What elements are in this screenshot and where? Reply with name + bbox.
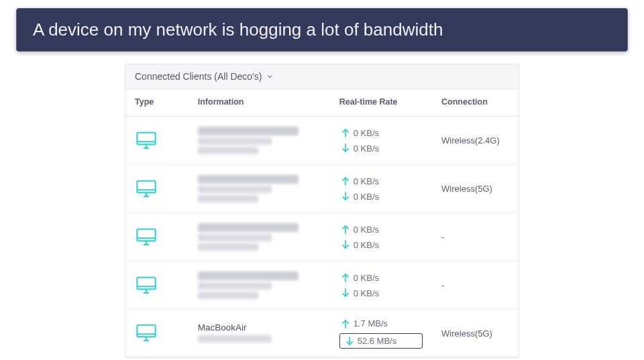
arrow-up-icon <box>341 319 350 328</box>
device-type-cell <box>125 165 189 213</box>
blurred-text <box>198 127 299 135</box>
download-rate-value: 0 KB/s <box>354 240 379 250</box>
headline-banner: A device on my network is hogging a lot … <box>16 8 628 52</box>
col-rate: Real-time Rate <box>330 89 432 117</box>
col-type: Type <box>125 89 189 117</box>
upload-rate: 0 KB/s <box>339 224 423 235</box>
table-row[interactable]: 0 KB/s0 KB/sWireless(5G) <box>125 165 519 213</box>
connection-cell: - <box>432 261 519 310</box>
table-header-row: Type Information Real-time Rate Connecti… <box>125 89 519 117</box>
connected-clients-panel: Connected Clients (All Deco's) Type Info… <box>125 64 519 358</box>
blurred-text <box>198 186 272 193</box>
arrow-up-icon <box>341 176 350 186</box>
download-rate: 0 KB/s <box>339 191 423 202</box>
download-rate-value: 0 KB/s <box>354 192 379 202</box>
device-type-cell <box>125 261 189 310</box>
upload-rate: 0 KB/s <box>339 272 423 284</box>
svg-rect-0 <box>137 132 155 144</box>
device-info-cell <box>189 213 330 261</box>
svg-rect-18 <box>137 277 155 289</box>
arrow-up-icon <box>341 273 350 282</box>
headline-text: A device on my network is hogging a lot … <box>33 19 443 40</box>
upload-rate-value: 0 KB/s <box>354 128 379 138</box>
table-row[interactable]: MacBookAir1.7 MB/s52.6 MB/sWireless(5G) <box>125 310 519 357</box>
download-rate: 0 KB/s <box>339 143 423 154</box>
svg-rect-12 <box>137 229 155 241</box>
upload-rate: 1.7 MB/s <box>339 318 423 329</box>
arrow-up-icon <box>341 128 350 137</box>
blurred-text <box>198 223 299 232</box>
table-row[interactable]: 0 KB/s0 KB/s- <box>125 213 519 261</box>
arrow-up-icon <box>341 225 350 234</box>
download-rate: 52.6 MB/s <box>339 333 423 349</box>
rate-cell: 1.7 MB/s52.6 MB/s <box>330 310 432 357</box>
blurred-text <box>198 147 258 154</box>
monitor-icon <box>135 323 179 343</box>
blurred-text <box>198 292 258 299</box>
chevron-down-icon <box>266 72 274 80</box>
device-type-cell <box>125 117 189 165</box>
svg-rect-24 <box>137 325 155 337</box>
device-name: MacBookAir <box>198 322 321 333</box>
monitor-icon <box>135 276 179 296</box>
arrow-down-icon <box>341 288 350 298</box>
download-rate-value: 52.6 MB/s <box>358 336 397 346</box>
monitor-icon <box>135 179 179 199</box>
panel-title-text: Connected Clients (All Deco's) <box>135 71 262 82</box>
device-info-cell <box>189 261 330 310</box>
device-type-cell <box>125 213 189 261</box>
blurred-text <box>198 175 299 184</box>
col-connection: Connection <box>432 89 519 117</box>
monitor-icon <box>135 227 179 247</box>
blurred-text <box>198 282 272 290</box>
upload-rate-value: 0 KB/s <box>354 273 379 283</box>
upload-rate-value: 1.7 MB/s <box>354 318 388 328</box>
blurred-text <box>198 243 258 251</box>
device-info-cell: MacBookAir <box>189 310 330 357</box>
arrow-down-icon <box>341 143 350 153</box>
blurred-text <box>198 335 272 343</box>
download-rate: 0 KB/s <box>339 239 423 251</box>
connection-cell: - <box>432 213 519 261</box>
rate-cell: 0 KB/s0 KB/s <box>330 117 432 165</box>
col-information: Information <box>189 89 330 117</box>
svg-rect-6 <box>137 180 155 192</box>
arrow-down-icon <box>341 240 350 249</box>
monitor-icon <box>135 131 179 151</box>
connection-cell: Wireless(5G) <box>432 165 519 213</box>
download-rate-value: 0 KB/s <box>354 288 379 298</box>
upload-rate-value: 0 KB/s <box>354 225 379 235</box>
blurred-text <box>198 234 272 241</box>
blurred-text <box>198 272 299 280</box>
arrow-down-icon <box>341 192 350 201</box>
download-rate: 0 KB/s <box>339 288 423 299</box>
panel-title-bar[interactable]: Connected Clients (All Deco's) <box>125 64 519 89</box>
clients-table: Type Information Real-time Rate Connecti… <box>125 89 519 357</box>
table-row[interactable]: 0 KB/s0 KB/sWireless(2.4G) <box>125 117 519 165</box>
blurred-text <box>198 137 272 145</box>
rate-cell: 0 KB/s0 KB/s <box>330 165 432 213</box>
blurred-text <box>198 195 258 202</box>
upload-rate: 0 KB/s <box>339 176 423 187</box>
device-info-cell <box>189 165 330 213</box>
upload-rate-value: 0 KB/s <box>354 176 379 186</box>
connection-cell: Wireless(5G) <box>432 310 519 357</box>
table-row[interactable]: 0 KB/s0 KB/s- <box>125 261 519 310</box>
rate-cell: 0 KB/s0 KB/s <box>330 213 432 261</box>
arrow-down-icon <box>345 337 354 346</box>
connection-cell: Wireless(2.4G) <box>432 117 519 165</box>
device-type-cell <box>125 310 189 357</box>
rate-cell: 0 KB/s0 KB/s <box>330 261 432 310</box>
download-rate-value: 0 KB/s <box>354 143 379 154</box>
device-info-cell <box>189 117 330 165</box>
upload-rate: 0 KB/s <box>339 127 423 139</box>
